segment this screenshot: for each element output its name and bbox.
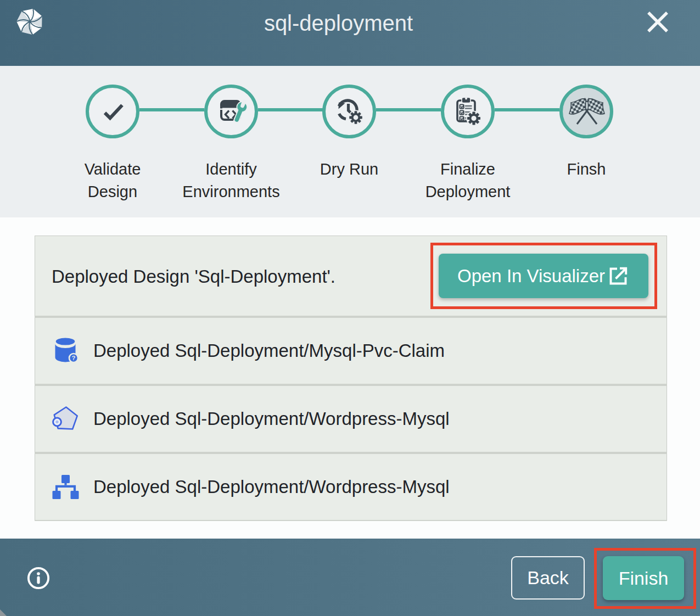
- svg-text:?: ?: [71, 355, 75, 361]
